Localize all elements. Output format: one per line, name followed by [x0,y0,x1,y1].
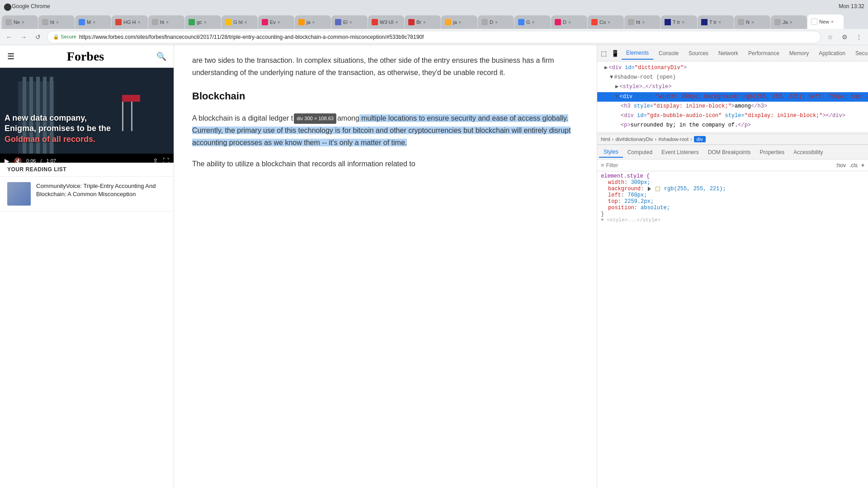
tab-close[interactable]: × [790,20,793,25]
tab-close[interactable]: × [751,20,754,25]
tab-hgh[interactable]: HG H× [112,15,148,29]
dom-line[interactable]: ▼#shadow-root (open) [597,73,868,82]
tab-close[interactable]: × [93,20,95,25]
tab-ja3[interactable]: Ja× [771,15,807,29]
tab-ht1[interactable]: ht× [38,15,75,29]
tab-close[interactable]: × [642,20,645,25]
tab-ttr2[interactable]: T tr× [698,15,734,29]
styles-tab-computed[interactable]: Computed [623,147,657,157]
tab-new[interactable]: New× [807,14,844,29]
tab-el[interactable]: El× [331,15,368,29]
tab-ht2[interactable]: ht× [148,15,184,29]
styles-tab-accessibility[interactable]: Accessibility [789,147,827,157]
tab-close[interactable]: × [278,20,280,25]
tab-ev[interactable]: Ev× [258,15,294,29]
tab-elements[interactable]: Elements [622,47,653,60]
tab-ja1[interactable]: ja× [295,15,331,29]
tab-close[interactable]: × [138,20,141,25]
tab-close[interactable]: × [495,20,498,25]
tab-close[interactable]: × [396,20,398,25]
tab-close[interactable]: × [423,20,426,25]
tab-close[interactable]: × [831,19,834,24]
color-arrow-icon[interactable] [648,187,651,191]
dom-line[interactable]: ▶<div id="dictionaryDiv"> [597,63,868,73]
css-prop-position[interactable]: position: absolute; [601,205,864,211]
tab-w3[interactable]: W3 UI× [368,15,404,29]
dom-line[interactable]: </div> [597,130,868,134]
url-bar[interactable]: 🔒 Secure https://www.forbes.com/sites/fo… [47,31,821,43]
css-prop-width[interactable]: width: 300px; [601,179,864,186]
tab-ght[interactable]: G ht× [222,15,258,29]
tab-close[interactable]: × [166,20,169,25]
bookmark-button[interactable]: ☆ [825,32,835,42]
styles-tab-styles[interactable]: Styles [599,147,623,158]
tab-ttr1[interactable]: T tr× [661,15,697,29]
dom-line[interactable]: <h3 style="display: inline-block;">among… [597,102,868,111]
dom-line-selected[interactable]: ▼<div style="width: 300px; background: r… [597,92,868,102]
css-prop-top[interactable]: top: 2259.2px; [601,198,864,205]
mute-button[interactable]: 🔇 [14,157,22,163]
tab-br[interactable]: Br× [405,15,441,29]
class-filter[interactable]: .cls [849,162,858,169]
tab-close[interactable]: × [459,20,462,25]
extensions-button[interactable]: ⚙ [839,32,850,42]
styles-tab-properties[interactable]: Properties [755,147,789,157]
search-icon[interactable]: 🔍 [156,52,166,61]
breadcrumb-dictionary-div[interactable]: div#dictionaryDiv [615,136,653,142]
dom-line[interactable]: <p>surrounded by; in the company of.</p> [597,121,868,130]
styles-tab-dom-breakpoints[interactable]: DOM Breakpoints [703,147,755,157]
tab-application[interactable]: Application [814,47,850,59]
breadcrumb-shadow-root[interactable]: #shadow-root [658,136,689,142]
tab-memory[interactable]: Memory [785,47,813,59]
article-content[interactable]: are two sides to the transaction. In com… [174,45,597,488]
styles-filter-input[interactable] [606,162,836,169]
tab-ht3[interactable]: ht× [624,15,660,29]
tab-close[interactable]: × [56,20,59,25]
play-button[interactable]: ▶ [5,157,9,163]
forward-button[interactable]: → [18,32,29,42]
tab-co[interactable]: Co× [588,15,624,29]
tab-sources[interactable]: Sources [684,47,713,59]
tab-gc[interactable]: gc× [185,15,221,29]
tab-close[interactable]: × [608,20,610,25]
tab-close[interactable]: × [22,20,24,25]
hover-filter[interactable]: :hov [835,162,846,169]
back-button[interactable]: ← [4,32,14,42]
devtools-device-icon[interactable]: 📱 [609,48,621,59]
css-prop-left[interactable]: left: 760px; [601,192,864,198]
tab-close[interactable]: × [204,20,207,25]
tab-d2[interactable]: D× [551,15,587,29]
tab-security[interactable]: Security [851,47,868,59]
tab-close[interactable]: × [682,20,684,25]
color-swatch[interactable] [656,187,660,191]
hamburger-icon[interactable]: ☰ [7,52,14,61]
tab-ne[interactable]: Ne× [2,15,38,29]
tab-close[interactable]: × [349,20,352,25]
tab-close[interactable]: × [312,20,315,25]
css-prop-background[interactable]: background: rgb(255, 255, 221); [601,186,864,192]
breadcrumb-html[interactable]: html [601,136,610,142]
menu-button[interactable]: ⋮ [854,32,864,42]
share-button[interactable]: ⇪ [153,157,158,163]
dom-line[interactable]: ▶<style>…</style> [597,82,868,92]
dom-line[interactable]: <div id="gdx-bubble-audio-icon" style="d… [597,111,868,121]
fullscreen-button[interactable]: ⛶ [163,157,169,163]
tab-performance[interactable]: Performance [744,47,784,59]
tab-close[interactable]: × [568,20,571,25]
tab-d1[interactable]: D× [478,15,514,29]
add-style[interactable]: + [861,162,864,169]
tab-m[interactable]: M× [75,15,111,29]
breadcrumb-div-active[interactable]: div [694,136,706,142]
tab-n[interactable]: N× [734,15,770,29]
tab-ja2[interactable]: ja× [441,15,477,29]
tab-network[interactable]: Network [714,47,743,59]
styles-tab-event-listeners[interactable]: Event Listeners [657,147,703,157]
reload-button[interactable]: ↺ [33,32,43,42]
tab-close[interactable]: × [245,20,247,25]
tab-close[interactable]: × [718,20,721,25]
article-item[interactable]: CommunityVoice: Triple-Entry Accounting … [0,177,174,211]
tab-g[interactable]: G× [514,15,551,29]
tab-close[interactable]: × [532,20,535,25]
tab-console[interactable]: Console [654,47,683,59]
dom-tree[interactable]: ▶<div id="dictionaryDiv"> ▼#shadow-root … [597,61,868,134]
